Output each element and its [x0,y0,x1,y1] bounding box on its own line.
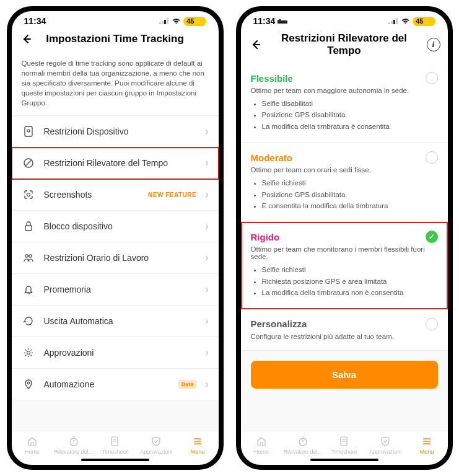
tab-label: Menu [420,449,434,455]
option-custom[interactable]: Personalizza Configura le restrizioni pi… [241,309,448,351]
shield-icon [150,435,162,447]
radio-unselected[interactable] [426,151,438,164]
restriction-icon [22,157,35,169]
radio-unselected[interactable] [426,318,438,330]
row-label: Blocco dispositivo [44,221,197,231]
home-icon [255,435,268,447]
chevron-icon: › [205,189,208,200]
svg-point-5 [27,130,30,132]
phone-left: 11:34 45⚡ Impostazioni Time Tracking Que… [7,6,224,470]
tab-menu[interactable]: Menu [177,435,219,455]
bullet: Selfie richiesti [262,177,438,188]
svg-rect-3 [167,18,168,24]
tab-tracker[interactable]: Rilevatore del... [282,435,323,455]
row-reminders[interactable]: Promemoria › [12,274,219,306]
svg-rect-2 [164,20,166,24]
tab-label: Approvazioni [140,449,172,455]
svg-rect-1 [162,21,164,24]
shield-icon [379,435,391,447]
stopwatch-icon [297,435,309,447]
menu-icon [421,435,433,447]
sheet-icon [338,435,350,447]
tab-label: Rilevatore del... [54,449,93,455]
content-area: Flessibile Ottimo per team con maggiore … [241,63,448,431]
tab-home[interactable]: Home [241,435,282,455]
radio-selected-icon[interactable] [426,231,438,243]
tab-timesheet[interactable]: Timesheet [323,435,365,455]
row-label: Automazione [44,379,170,389]
status-bar: 11:34 45⚡ [241,11,448,29]
radio-unselected[interactable] [426,72,438,84]
svg-rect-24 [278,20,279,24]
row-automation[interactable]: Automazione Beta › [12,369,219,400]
chevron-icon: › [205,221,208,232]
option-title: Flessibile [251,73,293,84]
gear-icon [22,347,35,358]
tab-approvals[interactable]: Approvazioni [136,435,177,455]
chevron-icon: › [205,315,208,327]
tab-tracker[interactable]: Rilevatore del... [53,435,94,455]
content-area: Queste regole di time tracking sono appl… [12,52,219,431]
option-bullets: Selfie richiesti Richiesta posizione GPS… [251,264,438,298]
bullet: La modifica della timbratura non è conse… [262,287,438,298]
tab-approvals[interactable]: Approvazioni [365,435,406,455]
sheet-icon [108,435,121,447]
info-button[interactable]: i [427,38,440,51]
page-header: Impostazioni Time Tracking [12,29,219,52]
row-label: Restrizioni Orario di Lavoro [44,253,197,263]
stopwatch-icon [68,435,80,447]
back-button[interactable] [19,32,33,46]
option-moderate[interactable]: Moderato Ottimo per team con orari e sed… [241,143,448,222]
svg-point-10 [25,255,27,257]
row-work-hours-restrictions[interactable]: Restrizioni Orario di Lavoro › [12,242,219,274]
option-flexible[interactable]: Flessibile Ottimo per team con maggiore … [241,63,448,143]
back-button[interactable] [248,38,262,51]
tab-menu[interactable]: Menu [406,435,448,455]
row-approvals[interactable]: Approvazioni › [12,337,219,369]
row-label: Screenshots [44,190,140,200]
bullet: Richiesta posizione GPS e area limitata [262,276,438,287]
bullet: Selfie disabilitati [262,98,438,109]
page-title: Impostazioni Time Tracking [39,33,191,45]
phone-right: 11:34 45⚡ Restrizioni Rilevatore del Tem… [236,6,453,470]
svg-rect-23 [278,20,287,24]
tab-home[interactable]: Home [12,435,53,455]
svg-rect-4 [25,126,32,136]
row-time-tracker-restrictions[interactable]: Restrizioni Rilevatore del Tempo › [12,148,219,179]
tab-bar: Home Rilevatore del... Timesheet Approva… [12,431,219,456]
tab-label: Rilevatore del... [283,449,322,455]
save-button[interactable]: Salva [251,361,438,389]
svg-rect-28 [393,20,395,24]
signal-icon [388,18,398,24]
row-auto-clockout[interactable]: Uscita Automatica › [12,306,219,337]
tab-timesheet[interactable]: Timesheet [94,435,136,455]
menu-icon [191,435,204,447]
option-strict[interactable]: Rigido Ottimo per team che monitorano i … [241,222,448,309]
option-subtitle: Configura le restrizioni più adatte al t… [251,333,438,340]
dnd-bed-icon [278,18,287,24]
page-title: Restrizioni Rilevatore del Tempo [268,32,421,57]
bullet: La modifica della timbratura è consentit… [262,121,438,132]
status-time: 11:34 [253,16,276,26]
row-device-restrictions[interactable]: Restrizioni Dispositivo › [12,116,219,148]
row-screenshots[interactable]: Screenshots NEW FEATURE › [12,179,219,211]
row-label: Approvazioni [44,348,197,358]
battery-badge: 45⚡ [413,17,435,26]
home-indicator [310,459,378,461]
option-title: Personalizza [251,319,307,329]
page-description: Queste regole di time tracking sono appl… [12,52,219,116]
chevron-icon: › [205,157,208,169]
row-label: Promemoria [44,284,197,294]
option-subtitle: Ottimo per team con maggiore autonomia i… [251,87,438,94]
people-icon [22,252,35,263]
tab-label: Approvazioni [369,449,401,455]
option-bullets: Selfie disabilitati Posizione GPS disabi… [251,98,438,132]
svg-rect-27 [391,21,393,24]
option-title: Rigido [251,232,280,242]
status-time: 11:34 [24,16,46,26]
bell-icon [22,284,35,295]
chevron-icon: › [205,379,208,390]
new-feature-badge: NEW FEATURE [148,192,196,198]
chevron-icon: › [205,252,208,263]
row-device-lock[interactable]: Blocco dispositivo › [12,211,219,242]
